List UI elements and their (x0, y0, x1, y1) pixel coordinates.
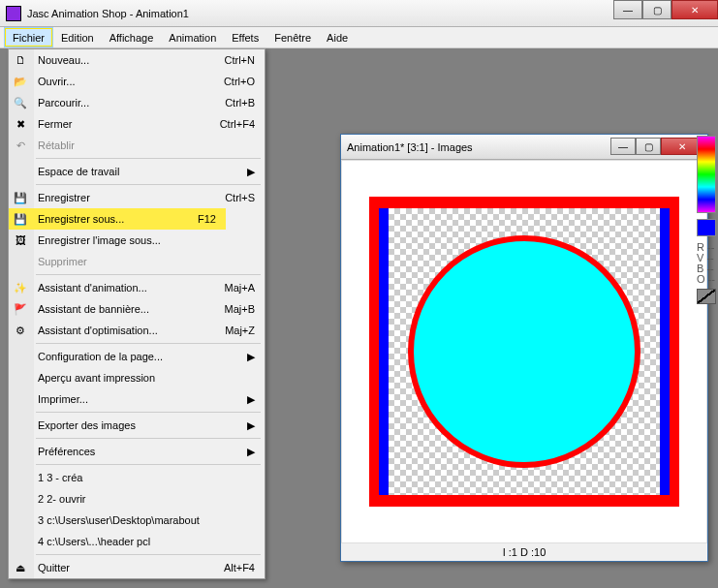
menu-supprimer: Supprimer (9, 251, 265, 272)
menu-assistant-banniere[interactable]: 🚩Assistant de bannière...Maj+B (9, 298, 265, 320)
window-controls: — ▢ ✕ (613, 0, 718, 19)
menu-apercu-impression[interactable]: Aperçu avant impression (9, 367, 265, 388)
child-title-text: Animation1* [3:1] - Images (347, 141, 473, 153)
quit-icon: ⏏ (13, 560, 28, 575)
new-icon: 🗋 (13, 52, 28, 68)
frame-border-red (369, 197, 679, 507)
menu-quitter[interactable]: ⏏QuitterAlt+F4 (9, 557, 265, 578)
menu-enregistrer-sous[interactable]: 💾Enregistrer sous...F12 (9, 208, 226, 230)
file-menu-dropdown: 🗋Nouveau...Ctrl+N 📂Ouvrir...Ctrl+O 🔍Parc… (8, 48, 265, 579)
menu-parcourir[interactable]: 🔍Parcourir...Ctrl+B (9, 92, 265, 113)
menu-ouvrir[interactable]: 📂Ouvrir...Ctrl+O (9, 71, 265, 92)
menu-effets[interactable]: Effets (224, 27, 266, 47)
title-bar: Jasc Animation Shop - Animation1 — ▢ ✕ (0, 0, 718, 27)
app-icon (6, 6, 21, 21)
title-text: Jasc Animation Shop - Animation1 (27, 8, 189, 19)
menu-edition[interactable]: Edition (53, 27, 102, 47)
undo-icon: ↶ (13, 138, 28, 153)
close-button[interactable]: ✕ (671, 0, 718, 19)
menu-recent-3[interactable]: 3 c:\Users\user\Desktop\marabout (9, 510, 265, 531)
menu-fermer[interactable]: ✖FermerCtrl+F4 (9, 113, 265, 135)
menu-fenetre[interactable]: Fenêtre (266, 27, 319, 47)
child-title-bar: Animation1* [3:1] - Images — ▢ ✕ (341, 135, 707, 160)
color-readout: R -- V -- B -- O -- (697, 242, 718, 285)
color-spectrum[interactable] (697, 136, 716, 213)
frame-border-blue (379, 208, 670, 495)
menu-exporter-images[interactable]: Exporter des images▶ (9, 415, 265, 436)
child-window: Animation1* [3:1] - Images — ▢ ✕ I :1 D … (340, 134, 708, 562)
menu-fichier[interactable]: Fichier (4, 27, 53, 47)
menu-imprimer[interactable]: Imprimer...▶ (9, 388, 265, 410)
menu-enregistrer[interactable]: 💾EnregistrerCtrl+S (9, 187, 265, 208)
browse-icon: 🔍 (13, 95, 28, 110)
selected-color-swatch[interactable] (697, 219, 716, 236)
no-color-swatch[interactable] (697, 289, 716, 304)
maximize-button[interactable]: ▢ (642, 0, 671, 19)
wizard-anim-icon: ✨ (13, 280, 28, 295)
menu-aide[interactable]: Aide (319, 27, 356, 47)
color-palette: R -- V -- B -- O -- (697, 136, 718, 304)
cyan-circle (408, 235, 640, 468)
menu-preferences[interactable]: Préférences▶ (9, 441, 265, 462)
menu-recent-2[interactable]: 2 2- ouvrir (9, 488, 265, 510)
menu-affichage[interactable]: Affichage (102, 27, 162, 47)
child-canvas[interactable] (341, 160, 707, 543)
save-frame-icon: 🖼 (13, 232, 28, 248)
minimize-button[interactable]: — (613, 0, 642, 19)
banner-icon: 🚩 (13, 301, 28, 317)
menu-nouveau[interactable]: 🗋Nouveau...Ctrl+N (9, 49, 265, 71)
menu-assistant-animation[interactable]: ✨Assistant d'animation...Maj+A (9, 277, 265, 298)
menu-bar: Fichier Edition Affichage Animation Effe… (0, 27, 718, 48)
menu-recent-4[interactable]: 4 c:\Users\...\header pcl (9, 531, 265, 552)
menu-enregistrer-image-sous[interactable]: 🖼Enregistrer l'image sous... (9, 230, 265, 251)
save-icon: 💾 (13, 190, 28, 205)
close-doc-icon: ✖ (13, 116, 28, 132)
menu-config-page[interactable]: Configuration de la page...▶ (9, 346, 265, 367)
menu-retablir: ↶Rétablir (9, 135, 265, 156)
open-icon: 📂 (13, 74, 28, 89)
child-minimize-button[interactable]: — (610, 138, 636, 155)
child-maximize-button[interactable]: ▢ (636, 138, 661, 155)
menu-recent-1[interactable]: 1 3 - créa (9, 467, 265, 488)
menu-espace-travail[interactable]: Espace de travail▶ (9, 161, 265, 182)
canvas-checkerboard (389, 208, 660, 495)
optimize-wizard-icon: ⚙ (13, 323, 28, 338)
save-as-icon: 💾 (13, 211, 28, 227)
menu-assistant-optimisation[interactable]: ⚙Assistant d'optimisation...Maj+Z (9, 320, 265, 341)
menu-animation[interactable]: Animation (161, 27, 224, 47)
child-status-bar: I :1 D :10 (341, 543, 707, 561)
